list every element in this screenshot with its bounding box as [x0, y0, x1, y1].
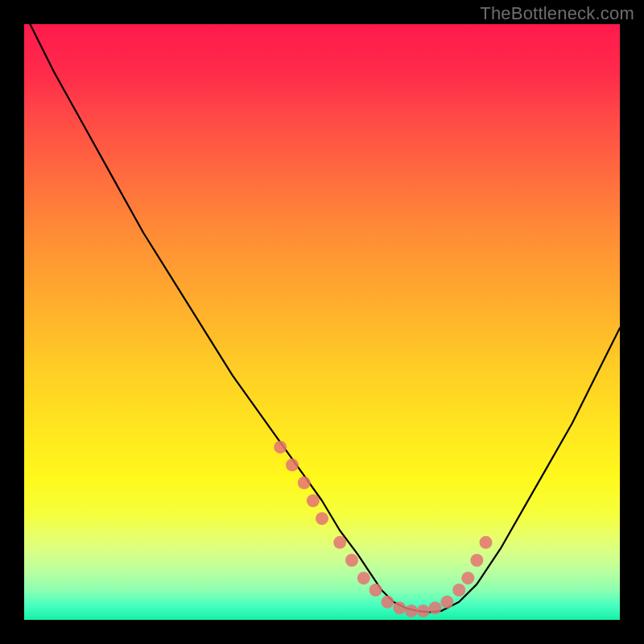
curve-layer	[24, 24, 620, 620]
marker-dot	[393, 601, 406, 614]
marker-dot	[307, 494, 320, 507]
chart-frame: TheBottleneck.com	[0, 0, 644, 644]
plot-area	[24, 24, 620, 620]
marker-dot	[357, 572, 370, 584]
watermark-text: TheBottleneck.com	[480, 3, 634, 24]
marker-dot	[316, 512, 328, 525]
marker-dot	[470, 554, 483, 567]
marker-dot	[345, 554, 358, 567]
marker-dot	[286, 459, 299, 472]
marker-dot	[274, 440, 287, 453]
marker-dot	[333, 536, 346, 549]
marker-dot	[298, 477, 311, 489]
marker-dot	[480, 536, 493, 549]
marker-dot	[461, 572, 474, 584]
marker-dot	[417, 605, 430, 617]
marker-dot	[452, 584, 465, 597]
marker-dot	[405, 605, 418, 617]
marker-dot	[429, 601, 442, 614]
marker-dot	[440, 596, 453, 609]
marker-dot	[381, 596, 394, 609]
marker-dot	[369, 584, 382, 597]
